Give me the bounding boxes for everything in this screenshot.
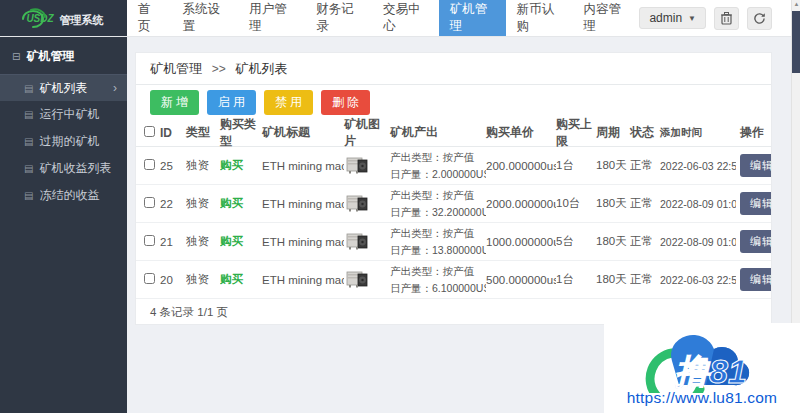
sidebar-item-过期的矿机[interactable]: ▤过期的矿机: [0, 128, 127, 155]
column-header-2: 类型: [186, 124, 220, 141]
table-row: 25 独资 购买 ETH mining machine 产出类型：按产值 日产量…: [136, 147, 772, 185]
edit-button[interactable]: 编辑: [740, 230, 772, 253]
row-checkbox[interactable]: [144, 197, 155, 208]
breadcrumb-separator: >>: [212, 62, 226, 76]
coin-swirl-icon: [19, 7, 49, 29]
row-checkbox[interactable]: [144, 273, 155, 284]
select-all-cell: [136, 126, 160, 140]
table-body: 25 独资 购买 ETH mining machine 产出类型：按产值 日产量…: [136, 147, 772, 299]
collapse-icon: ⊟: [12, 51, 20, 62]
sidebar-item-label: 运行中矿机: [39, 106, 99, 123]
sidebar-item-矿机列表[interactable]: ▤矿机列表›: [0, 74, 127, 101]
cell-output: 产出类型：按产值 日产量：2.000000USDT: [390, 149, 486, 182]
breadcrumb: 矿机管理 >> 矿机列表: [136, 53, 771, 85]
column-header-3: 购买类型: [220, 116, 262, 150]
records-summary: 4 条记录 1/1 页: [136, 299, 771, 324]
cell-title: ETH mining machine 3st: [262, 198, 344, 210]
nav-item-矿机管理[interactable]: 矿机管理: [439, 0, 506, 36]
vertical-scroll-thumb[interactable]: [792, 11, 800, 73]
list-icon: ▤: [24, 190, 33, 201]
cell-action: 编辑: [736, 230, 772, 253]
cell-type: 独资: [186, 158, 220, 173]
cell-added-time: 2022-08-09 01:08:46: [660, 236, 736, 248]
breadcrumb-parent: 矿机管理: [150, 61, 202, 76]
cell-id: 21: [160, 236, 186, 248]
output-type-line: 产出类型：按产值: [390, 225, 486, 241]
column-header-8: 购买上限: [556, 116, 596, 150]
breadcrumb-current: 矿机列表: [235, 61, 287, 76]
cell-limit: 1台: [556, 158, 596, 173]
row-checkbox[interactable]: [144, 159, 155, 170]
cell-buy-type: 购买: [220, 272, 262, 287]
cell-price: 1000.000000usdt: [486, 236, 556, 248]
sidebar-item-label: 矿机列表: [39, 80, 87, 97]
usdz-coin-icon: USDZ: [23, 11, 56, 26]
navbar-right-controls: admin ▼: [639, 0, 800, 36]
nav-item-首页[interactable]: 首页: [127, 0, 171, 36]
miner-image: [344, 267, 390, 293]
miner-photo-icon: [344, 267, 370, 291]
output-type-line: 产出类型：按产值: [390, 149, 486, 165]
sidebar-item-矿机收益列表[interactable]: ▤矿机收益列表: [0, 155, 127, 182]
sidebar-items: ▤矿机列表›▤运行中矿机▤过期的矿机▤矿机收益列表▤冻结的收益: [0, 74, 127, 209]
scroll-up-icon[interactable]: ▲: [792, 0, 800, 9]
edit-button[interactable]: 编辑: [740, 192, 772, 215]
sidebar-item-label: 冻结的收益: [39, 187, 99, 204]
column-header-9: 周期: [596, 124, 630, 141]
list-icon: ▤: [24, 83, 33, 94]
cell-added-time: 2022-06-03 22:53:14: [660, 160, 736, 172]
nav-item-内容管理[interactable]: 内容管理: [573, 0, 640, 36]
cell-period: 180天: [596, 272, 630, 287]
refresh-button[interactable]: [747, 7, 772, 30]
add-button[interactable]: 新增: [150, 90, 199, 115]
miner-photo-icon: [344, 191, 370, 215]
nav-item-新币认购[interactable]: 新币认购: [506, 0, 573, 36]
cell-period: 180天: [596, 234, 630, 249]
edit-button[interactable]: 编辑: [740, 268, 772, 291]
column-header-4: 矿机标题: [262, 124, 344, 141]
cell-buy-type: 购买: [220, 158, 262, 173]
cell-buy-type: 购买: [220, 196, 262, 211]
column-header-7: 购买单价: [486, 124, 556, 141]
column-header-12: 操作: [736, 124, 772, 141]
sidebar-section-mining[interactable]: ⊟ 矿机管理: [0, 37, 127, 74]
cell-price: 2000.000000usdt: [486, 198, 556, 210]
app-name: 管理系统: [60, 9, 104, 28]
cell-title: ETH mining machine: [262, 160, 344, 172]
miner-table: ID类型购买类型矿机标题矿机图片矿机产出购买单价购买上限周期状态添加时间操作 2…: [136, 119, 772, 299]
cell-output: 产出类型：按产值 日产量：13.800000USDT: [390, 225, 486, 258]
cell-output: 产出类型：按产值 日产量：32.200000USDT: [390, 187, 486, 220]
enable-button[interactable]: 启用: [207, 90, 256, 115]
nav-item-财务记录[interactable]: 财务记录: [305, 0, 372, 36]
lu81-logo-text: 撸81: [674, 352, 747, 390]
nav-item-系统设置[interactable]: 系统设置: [171, 0, 238, 36]
cell-id: 20: [160, 274, 186, 286]
cell-status: 正常: [630, 158, 660, 173]
nav-item-用户管理[interactable]: 用户管理: [238, 0, 305, 36]
cell-period: 180天: [596, 196, 630, 211]
cell-price: 200.000000usdt: [486, 160, 556, 172]
top-navbar: USDZ 管理系统 首页系统设置用户管理财务记录交易中心矿机管理新币认购内容管理…: [0, 0, 800, 37]
sidebar-item-运行中矿机[interactable]: ▤运行中矿机: [0, 101, 127, 128]
cell-id: 22: [160, 198, 186, 210]
cell-title: ETH mining machine 2st: [262, 236, 344, 248]
sidebar-item-label: 过期的矿机: [39, 133, 99, 150]
nav-item-交易中心[interactable]: 交易中心: [372, 0, 439, 36]
user-dropdown[interactable]: admin ▼: [639, 7, 706, 29]
cell-type: 独资: [186, 272, 220, 287]
select-all-checkbox[interactable]: [144, 126, 155, 137]
sidebar-item-冻结的收益[interactable]: ▤冻结的收益: [0, 182, 127, 209]
delete-button[interactable]: 删除: [321, 90, 370, 115]
daily-output-line: 日产量：6.100000USDT: [390, 280, 486, 296]
row-checkbox[interactable]: [144, 235, 155, 246]
refresh-icon: [753, 12, 766, 25]
disable-button[interactable]: 禁用: [264, 90, 313, 115]
daily-output-line: 日产量：13.800000USDT: [390, 242, 486, 258]
watermark-url[interactable]: https://www.lu81.com: [627, 389, 777, 407]
edit-button[interactable]: 编辑: [740, 154, 772, 177]
cell-title: ETH mining machine 1st: [262, 274, 344, 286]
trash-button[interactable]: [714, 7, 739, 30]
cell-action: 编辑: [736, 154, 772, 177]
daily-output-line: 日产量：32.200000USDT: [390, 204, 486, 220]
cell-type: 独资: [186, 234, 220, 249]
